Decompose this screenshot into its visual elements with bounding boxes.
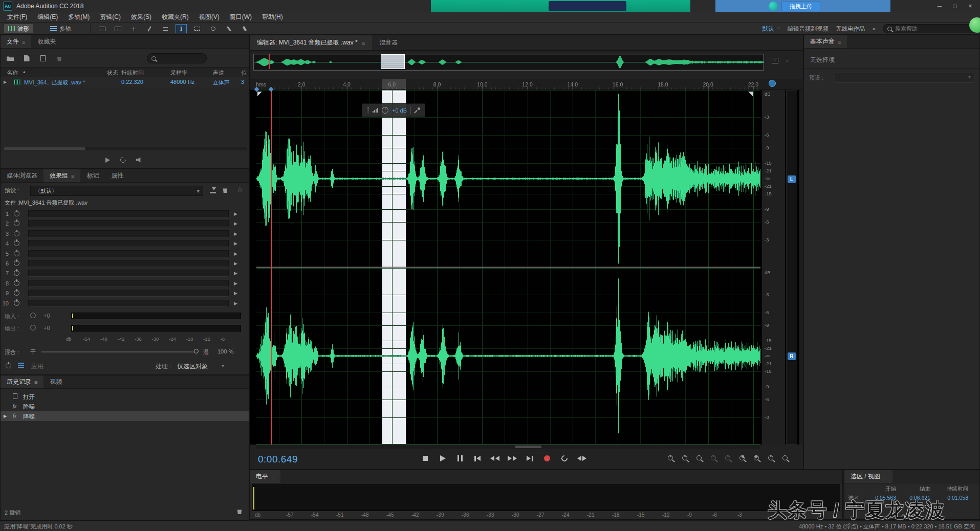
time-display[interactable]: 0:00.649 xyxy=(258,454,298,465)
effect-slot-7[interactable]: 7▶ xyxy=(1,269,249,278)
menu-item-7[interactable]: 视图(V) xyxy=(194,13,225,21)
effect-slot-5[interactable]: 5▶ xyxy=(1,249,249,259)
slot-insert[interactable] xyxy=(28,250,229,257)
slot-power-icon[interactable] xyxy=(14,260,19,266)
tab-selection-view[interactable]: 选区 / 视图≡ xyxy=(844,470,892,483)
stop-button[interactable] xyxy=(419,453,432,464)
workspace-default[interactable]: 默认 xyxy=(762,25,774,33)
column-name[interactable]: 名称 xyxy=(7,69,18,77)
go-to-end-button[interactable] xyxy=(523,453,536,464)
slot-insert[interactable] xyxy=(28,210,229,217)
slot-insert[interactable] xyxy=(28,270,229,277)
tab-history[interactable]: 历史记录≡ xyxy=(1,375,43,388)
rack-power-button[interactable] xyxy=(6,363,11,368)
effect-slot-3[interactable]: 3▶ xyxy=(1,229,249,239)
close-button[interactable]: × xyxy=(963,0,978,12)
panel-menu-icon[interactable]: ≡ xyxy=(271,474,274,480)
zoom-out-time-button[interactable]: − xyxy=(682,455,691,463)
overview-selection-box[interactable] xyxy=(381,54,405,69)
workspace-radio-production[interactable]: 无线电作品 xyxy=(836,25,865,33)
new-file-button[interactable] xyxy=(38,54,48,62)
menu-item-8[interactable]: 窗口(W) xyxy=(225,13,257,21)
fast-forward-button[interactable] xyxy=(506,453,519,464)
panel-menu-icon[interactable]: ≡ xyxy=(883,474,886,480)
effect-slot-8[interactable]: 8▶ xyxy=(1,279,249,289)
output-gain-knob[interactable] xyxy=(30,325,36,330)
slot-insert[interactable] xyxy=(28,240,229,247)
hud-gain-value[interactable]: +0 dB xyxy=(392,107,407,114)
tab-video[interactable]: 视频 xyxy=(43,375,68,388)
layout-pane-icon[interactable] xyxy=(96,24,107,33)
history-item-noise-reduction-2[interactable]: ▶ fx 降噪 xyxy=(1,411,249,421)
multitrack-view-button[interactable]: 多轨 xyxy=(46,24,75,33)
zoom-out-amplitude-button[interactable]: − xyxy=(725,455,734,463)
tab-editor[interactable]: 编辑器: MVI_3641 音频已提取 .wav * ≡ xyxy=(250,35,372,50)
slot-arrow-icon[interactable]: ▶ xyxy=(234,211,237,216)
help-search-box[interactable] xyxy=(883,24,976,33)
go-to-start-button[interactable] xyxy=(471,453,484,464)
panel-menu-icon[interactable]: ≡ xyxy=(34,379,37,385)
slot-arrow-icon[interactable]: ▶ xyxy=(234,261,237,266)
column-bits[interactable]: 位 xyxy=(241,69,247,77)
effect-slot-1[interactable]: 1▶ xyxy=(1,209,249,219)
slot-arrow-icon[interactable]: ▶ xyxy=(234,291,237,296)
slot-insert[interactable] xyxy=(28,300,229,307)
slot-arrow-icon[interactable]: ▶ xyxy=(234,221,237,226)
skip-selection-button[interactable] xyxy=(575,453,589,464)
maximize-button[interactable]: □ xyxy=(947,0,963,12)
history-item-noise-reduction-1[interactable]: fx 降噪 xyxy=(1,402,249,411)
waveform-view-button[interactable]: 波形 xyxy=(4,24,33,33)
preview-auto-play-button[interactable] xyxy=(136,157,143,165)
import-file-button[interactable] xyxy=(22,54,31,62)
tab-essential-sound[interactable]: 基本声音≡ xyxy=(804,35,847,48)
hud-grip-icon[interactable] xyxy=(367,107,369,114)
mix-slider-handle[interactable] xyxy=(194,349,199,353)
tab-media-browser[interactable]: 媒体浏览器 xyxy=(1,169,43,182)
column-sample-rate[interactable]: 采样率 xyxy=(170,69,187,77)
panel-menu-icon[interactable]: ≡ xyxy=(838,39,841,45)
menu-item-3[interactable]: 多轨(M) xyxy=(63,13,95,21)
column-channels[interactable]: 声道 xyxy=(213,69,224,77)
preset-dropdown[interactable]: 〈默认〉 ▾ xyxy=(30,186,203,196)
paintbrush-selection-tool[interactable] xyxy=(223,24,234,33)
panel-menu-icon[interactable]: ≡ xyxy=(362,40,365,46)
marquee-selection-tool[interactable] xyxy=(191,24,203,33)
move-tool[interactable] xyxy=(128,24,139,33)
process-caret-icon[interactable]: ▾ xyxy=(222,363,224,368)
menu-item-2[interactable]: 编辑(E) xyxy=(32,13,63,21)
layout-split-pane-icon[interactable] xyxy=(112,24,123,33)
menu-item-1[interactable]: 文件(F) xyxy=(2,13,32,21)
volume-hud[interactable]: +0 dB xyxy=(362,103,425,117)
rewind-button[interactable] xyxy=(488,453,502,464)
selection-duration-value[interactable]: 0:01.058 xyxy=(947,495,968,501)
tab-favorites[interactable]: 收藏夹 xyxy=(31,35,62,48)
zoom-selection-left-button[interactable]: ◀ xyxy=(739,455,748,463)
slot-power-icon[interactable] xyxy=(14,270,19,276)
file-name[interactable]: MVI_364.. 已提取 .wav * xyxy=(24,79,85,86)
slot-arrow-icon[interactable]: ▶ xyxy=(234,231,237,236)
files-search-box[interactable] xyxy=(147,53,207,63)
files-horizontal-scrollbar[interactable] xyxy=(3,147,247,150)
zoom-in-time-button[interactable]: + xyxy=(668,455,677,463)
menu-item-5[interactable]: 效果(S) xyxy=(126,13,157,21)
zoom-in-amplitude-button[interactable]: + xyxy=(711,455,720,463)
record-button[interactable] xyxy=(540,453,554,464)
input-gain-knob[interactable] xyxy=(30,313,36,318)
delete-preset-button[interactable] xyxy=(223,187,228,194)
drag-upload-button[interactable]: 拖拽上传 xyxy=(781,2,820,11)
overview-menu-icon[interactable]: ≡ xyxy=(786,57,789,63)
slot-insert[interactable] xyxy=(28,260,229,267)
effect-slot-2[interactable]: 2▶ xyxy=(1,219,249,229)
slot-arrow-icon[interactable]: ▶ xyxy=(234,281,237,286)
waveform-display[interactable]: +0 dB dB-3-3-6-6-9-9-15-15-21-21-∞dB-3-3… xyxy=(250,90,804,445)
slot-power-icon[interactable] xyxy=(14,251,19,256)
save-preset-icon[interactable] xyxy=(210,187,216,193)
slot-power-icon[interactable] xyxy=(14,300,19,306)
panel-menu-icon[interactable]: ≡ xyxy=(71,173,74,179)
corner-hud-icon-left[interactable] xyxy=(257,92,262,96)
pause-button[interactable] xyxy=(453,453,467,464)
apply-button[interactable]: 应用 xyxy=(31,362,43,371)
tab-markers[interactable]: 标记 xyxy=(80,169,105,182)
zoom-reset-button[interactable] xyxy=(782,455,791,463)
lasso-selection-tool[interactable] xyxy=(207,24,219,33)
